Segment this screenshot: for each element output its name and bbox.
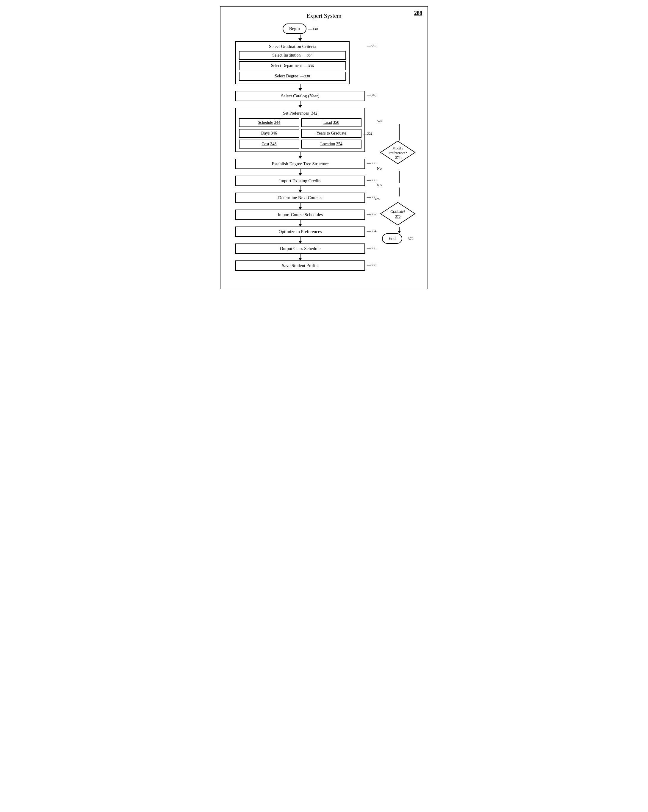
years-ref-ext: —352 bbox=[363, 131, 372, 136]
grad-criteria-box: Select Graduation Criteria Select Instit… bbox=[235, 41, 349, 84]
days-ref: 346 bbox=[271, 131, 277, 136]
grad-criteria-ref: —332 bbox=[367, 43, 377, 48]
diagram-page: 288 Expert System Begin —330 Select Grad… bbox=[220, 6, 428, 289]
import-schedules-container: Import Course Schedules —362 bbox=[235, 209, 365, 220]
cost-ref: 348 bbox=[270, 142, 276, 146]
arrow7 bbox=[299, 203, 302, 209]
catalog-box: Select Catalog (Year) bbox=[235, 91, 365, 101]
next-courses-ref: —360 bbox=[367, 195, 377, 200]
output-schedule-box: Output Class Schedule bbox=[235, 243, 365, 254]
catalog-ref: —340 bbox=[367, 93, 377, 98]
grad-criteria-title: Select Graduation Criteria bbox=[239, 44, 346, 49]
decision-col: Yes Modify Preferences? 374 No No bbox=[374, 23, 422, 244]
no-label-grad: No bbox=[377, 183, 382, 188]
grad-criteria-container: Select Graduation Criteria Select Instit… bbox=[235, 41, 365, 84]
degree-tree-box: Establish Degree Tree Structure bbox=[235, 159, 365, 169]
arrow2 bbox=[299, 84, 302, 91]
arrow8 bbox=[299, 220, 302, 226]
no-label-modify: No bbox=[377, 166, 382, 171]
set-pref-container: Set Preferences 342 Schedule 344 Load 35… bbox=[235, 108, 365, 152]
flowchart: Begin —330 Select Graduation Criteria Se… bbox=[226, 23, 422, 280]
optimize-box: Optimize to Preferences bbox=[235, 226, 365, 237]
next-courses-container: Determine Next Courses —360 bbox=[235, 192, 365, 203]
select-institution-box: Select Institution —334 bbox=[239, 51, 346, 60]
right-vline-mid bbox=[399, 171, 399, 183]
optimize-ref: —364 bbox=[367, 229, 377, 234]
import-schedules-ref: —362 bbox=[367, 212, 377, 217]
right-vline-mid2 bbox=[399, 188, 399, 197]
output-schedule-container: Output Class Schedule —366 bbox=[235, 243, 365, 254]
diagram-title: Expert System bbox=[226, 12, 422, 19]
degree-tree-container: Establish Degree Tree Structure —356 bbox=[235, 159, 365, 169]
import-schedules-box: Import Course Schedules bbox=[235, 209, 365, 220]
save-profile-box: Save Student Profile bbox=[235, 261, 365, 271]
begin-row: Begin —330 bbox=[235, 23, 365, 34]
set-pref-title: Set Preferences 342 bbox=[239, 111, 361, 116]
graduate-text: Graduate? 370 bbox=[390, 209, 405, 219]
begin-ref: —330 bbox=[308, 26, 318, 31]
arrow10 bbox=[299, 254, 302, 261]
years-cell: Years to Graduate —352 bbox=[301, 129, 361, 138]
location-ref: 354 bbox=[336, 142, 342, 146]
arrow9 bbox=[299, 237, 302, 243]
arrow-to-end bbox=[398, 227, 401, 234]
select-department-box: Select Department —336 bbox=[239, 61, 346, 70]
arrow3 bbox=[299, 101, 302, 108]
schedule-ref: 344 bbox=[274, 120, 280, 125]
catalog-container: Select Catalog (Year) —340 bbox=[235, 91, 365, 101]
right-vline-top bbox=[399, 124, 399, 140]
institution-ref: —334 bbox=[303, 53, 313, 58]
arrow5 bbox=[299, 169, 302, 176]
modify-pref-container: Modify Preferences? 374 bbox=[380, 140, 416, 165]
arrow4 bbox=[299, 152, 302, 159]
yes-label-top: Yes bbox=[377, 119, 383, 124]
department-ref: —336 bbox=[304, 63, 314, 68]
save-profile-container: Save Student Profile —368 bbox=[235, 261, 365, 271]
save-profile-ref: —368 bbox=[367, 263, 377, 267]
import-credits-box: Import Existing Credits bbox=[235, 176, 365, 186]
degree-ref: —338 bbox=[300, 74, 310, 78]
import-credits-ref: —358 bbox=[367, 178, 377, 182]
arrow6 bbox=[299, 186, 302, 192]
import-credits-container: Import Existing Credits —358 bbox=[235, 176, 365, 186]
load-ref: 350 bbox=[333, 120, 339, 125]
modify-pref-text: Modify Preferences? 374 bbox=[389, 146, 407, 160]
graduate-container: Graduate? 370 bbox=[380, 202, 416, 227]
select-degree-box: Select Degree —338 bbox=[239, 72, 346, 81]
end-node: End bbox=[382, 234, 402, 244]
end-row: End —372 bbox=[382, 234, 414, 244]
set-pref-box: Set Preferences 342 Schedule 344 Load 35… bbox=[235, 108, 365, 152]
load-cell: Load 350 bbox=[301, 118, 361, 127]
begin-node: Begin bbox=[283, 23, 306, 34]
optimize-container: Optimize to Preferences —364 bbox=[235, 226, 365, 237]
days-cell: Days 346 bbox=[239, 129, 299, 138]
set-pref-ref: 342 bbox=[311, 111, 317, 116]
cost-cell: Cost 348 bbox=[239, 140, 299, 148]
schedule-cell: Schedule 344 bbox=[239, 118, 299, 127]
end-ref: —372 bbox=[404, 237, 414, 241]
page-number: 288 bbox=[414, 10, 422, 16]
location-cell: Location 354 bbox=[301, 140, 361, 148]
pref-grid: Schedule 344 Load 350 Days 346 Years t bbox=[239, 118, 361, 148]
next-courses-box: Determine Next Courses bbox=[235, 192, 365, 203]
output-schedule-ref: —366 bbox=[367, 246, 377, 250]
main-flow: Begin —330 Select Graduation Criteria Se… bbox=[226, 23, 374, 280]
degree-tree-ref: —356 bbox=[367, 161, 377, 165]
arrow1 bbox=[299, 35, 302, 41]
